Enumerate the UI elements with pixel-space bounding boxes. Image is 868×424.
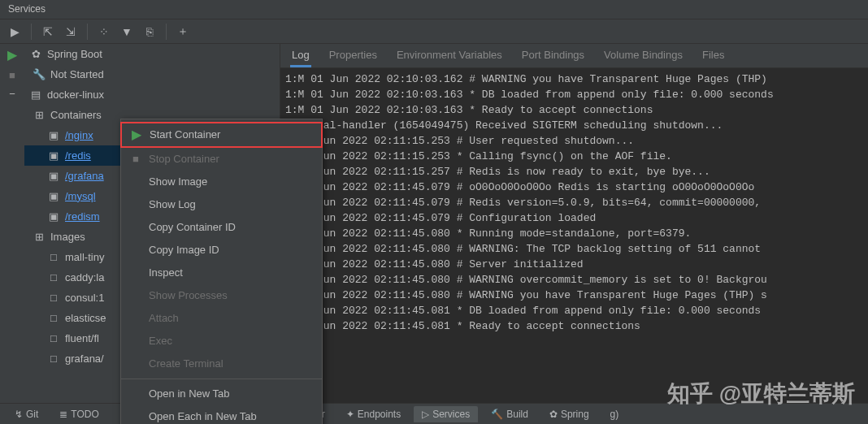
menu-copy-image-id[interactable]: Copy Image ID xyxy=(121,239,322,262)
toolwin-build[interactable]: 🔨Build xyxy=(483,406,536,422)
container-icon: ▣ xyxy=(47,146,60,166)
panel-title: Services xyxy=(0,0,868,19)
image-icon: □ xyxy=(47,329,60,348)
toolwin-log-ext[interactable]: g) xyxy=(602,406,627,422)
image-icon: □ xyxy=(47,349,60,369)
minus-icon[interactable]: − xyxy=(9,88,15,100)
images-icon: ⊞ xyxy=(33,227,46,247)
stop-icon: ■ xyxy=(129,151,142,167)
services-icon: ▷ xyxy=(422,409,429,420)
toolwin-endpoints[interactable]: ✦Endpoints xyxy=(338,406,409,422)
tab-env-vars[interactable]: Environment Variables xyxy=(395,45,504,67)
endpoint-icon: ✦ xyxy=(346,409,354,420)
menu-create-terminal: Create Terminal xyxy=(121,353,322,375)
add-icon[interactable]: ＋ xyxy=(173,22,193,41)
toolwin-spring[interactable]: ✿Spring xyxy=(541,406,597,422)
container-icon: ▣ xyxy=(47,187,60,206)
toolwin-services[interactable]: ▷Services xyxy=(414,406,478,422)
separator xyxy=(166,24,167,40)
containers-icon: ⊞ xyxy=(33,106,46,125)
tree-node-spring-boot[interactable]: ✿Spring Boot xyxy=(24,44,280,64)
detail-tabs: Log Properties Environment Variables Por… xyxy=(280,44,868,68)
toolwin-git[interactable]: ↯Git xyxy=(7,406,46,422)
separator xyxy=(87,24,88,40)
collapse-all-icon[interactable]: ⇲ xyxy=(61,22,80,41)
toolwin-todo[interactable]: ≣TODO xyxy=(51,406,106,422)
branch-icon: ↯ xyxy=(15,409,23,420)
menu-show-image[interactable]: Show Image xyxy=(121,171,322,193)
stop-icon[interactable]: ■ xyxy=(9,69,15,81)
menu-open-each-in-new-tab[interactable]: Open Each in New Tab xyxy=(121,405,322,424)
context-menu: ▶Start Container ■Stop Container Show Im… xyxy=(120,119,323,424)
menu-inspect[interactable]: Inspect xyxy=(121,262,322,284)
menu-stop-container: ■Stop Container xyxy=(121,148,322,171)
view-icon[interactable]: ⎘ xyxy=(140,22,159,41)
image-icon: □ xyxy=(47,248,60,267)
menu-show-processes: Show Processes xyxy=(121,284,322,307)
menu-start-container[interactable]: ▶Start Container xyxy=(120,122,323,148)
image-icon: □ xyxy=(47,309,60,328)
tree-node-not-started[interactable]: 🔧Not Started xyxy=(24,64,280,84)
menu-attach: Attach xyxy=(121,307,322,330)
filter-icon[interactable]: ▼ xyxy=(117,22,137,41)
tree-node-docker[interactable]: ▤docker-linux xyxy=(24,84,280,105)
play-icon: ▶ xyxy=(130,127,143,143)
list-icon: ≣ xyxy=(59,409,67,420)
menu-open-in-new-tab[interactable]: Open in New Tab xyxy=(121,383,322,405)
tab-volume-bindings[interactable]: Volume Bindings xyxy=(602,45,684,67)
image-icon: □ xyxy=(47,268,60,288)
spring-icon: ✿ xyxy=(549,409,558,420)
run-icon[interactable]: ▶ xyxy=(5,22,24,41)
container-icon: ▣ xyxy=(47,207,60,227)
tab-log[interactable]: Log xyxy=(290,45,311,67)
menu-copy-container-id[interactable]: Copy Container ID xyxy=(121,216,322,239)
separator xyxy=(31,24,32,40)
expand-all-icon[interactable]: ⇱ xyxy=(38,22,58,41)
menu-show-log[interactable]: Show Log xyxy=(121,193,322,216)
group-icon[interactable]: ⁘ xyxy=(94,22,114,41)
spring-icon: ✿ xyxy=(29,45,42,64)
menu-separator xyxy=(121,379,322,379)
container-icon: ▣ xyxy=(47,126,60,145)
wrench-icon: 🔧 xyxy=(33,65,46,84)
hammer-icon: 🔨 xyxy=(491,409,503,420)
container-icon: ▣ xyxy=(47,167,60,186)
toolbar: ▶ ⇱ ⇲ ⁘ ▼ ⎘ ＋ xyxy=(0,19,868,44)
docker-icon: ▤ xyxy=(29,85,42,105)
run-icon[interactable]: ▶ xyxy=(7,47,17,63)
menu-exec: Exec xyxy=(121,330,322,353)
tab-port-bindings[interactable]: Port Bindings xyxy=(520,45,586,67)
log-output[interactable]: 1:M 01 Jun 2022 02:10:03.162 # WARNING y… xyxy=(280,68,868,403)
image-icon: □ xyxy=(47,288,60,308)
tab-properties[interactable]: Properties xyxy=(328,45,379,67)
tab-files[interactable]: Files xyxy=(701,45,726,67)
